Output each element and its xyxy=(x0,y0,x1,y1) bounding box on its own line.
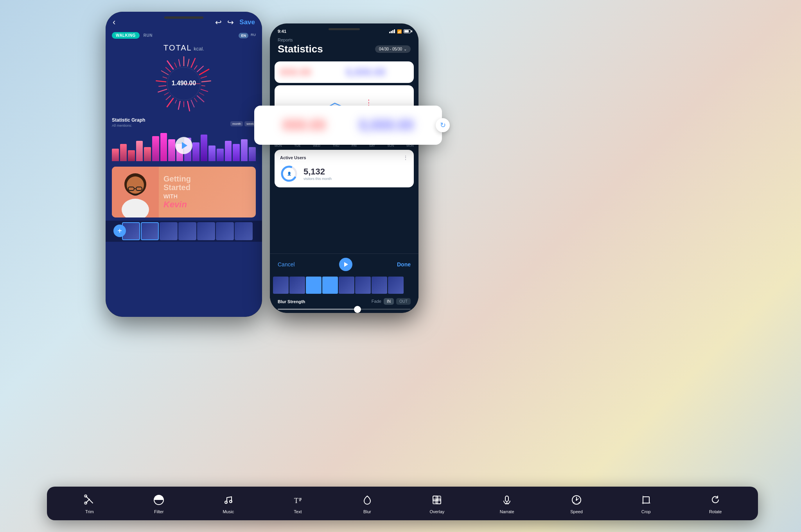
svg-rect-60 xyxy=(505,496,508,501)
blur-slider-thumb[interactable] xyxy=(354,306,361,313)
chart-section: Statistic Graph All mentions: month week xyxy=(106,115,262,164)
bar-7 xyxy=(160,133,167,161)
fade-in-button[interactable]: IN xyxy=(384,298,394,305)
timeline-1[interactable] xyxy=(273,277,289,294)
filter-svg xyxy=(153,494,164,505)
thumb-7[interactable] xyxy=(235,222,253,240)
radial-chart: 1.490.00 xyxy=(153,52,215,115)
donut-chart-svg: 👤 xyxy=(280,165,298,183)
timeline-8[interactable] xyxy=(388,277,404,294)
timeline-6[interactable] xyxy=(355,277,371,294)
chevron-down-icon: ⌄ xyxy=(404,47,407,51)
filter-icon xyxy=(152,493,166,507)
podcast-started: Started xyxy=(163,183,251,192)
bar-16 xyxy=(233,144,240,161)
speed-svg xyxy=(571,494,582,505)
date-range-pill[interactable]: 04/30 - 05/30 ⌄ xyxy=(375,45,411,53)
blur-label-tb: Blur xyxy=(363,509,371,514)
toolbar-item-speed[interactable]: Speed xyxy=(569,493,584,514)
toolbar-item-blur[interactable]: Blur xyxy=(360,493,374,514)
lang-en-btn[interactable]: EN xyxy=(239,33,248,38)
person-image-svg xyxy=(112,167,159,217)
svg-line-4 xyxy=(197,66,203,72)
timeline-5[interactable] xyxy=(339,277,354,294)
save-button[interactable]: Save xyxy=(239,18,255,26)
bar-3 xyxy=(128,150,135,161)
bar-1 xyxy=(112,149,119,161)
svg-line-28 xyxy=(174,63,177,68)
phone-left: ‹ ↩ ↪ Save WALKING RUN EN RU TOTAL kcal. xyxy=(106,12,262,317)
date-range-text: 04/30 - 05/30 xyxy=(379,47,402,51)
svg-line-14 xyxy=(187,101,190,111)
timeline-3-highlight[interactable] xyxy=(306,277,321,294)
calorie-unit: kcal. xyxy=(194,46,204,52)
toolbar-item-trim[interactable]: Trim xyxy=(83,493,97,514)
stat-value-1: 888.88 xyxy=(280,66,343,78)
bar-2 xyxy=(120,144,127,161)
play-icon xyxy=(182,142,187,149)
toolbar-item-overlay[interactable]: Overlay xyxy=(429,493,444,514)
calorie-value: 1.490.00 xyxy=(172,80,196,86)
bar-15 xyxy=(225,141,232,161)
svg-point-50 xyxy=(225,501,227,503)
play-button-small[interactable] xyxy=(339,258,352,271)
svg-line-7 xyxy=(201,81,211,82)
toolbar-item-rotate[interactable]: Rotate xyxy=(708,493,722,514)
lang-ru-btn[interactable]: RU xyxy=(251,33,256,38)
svg-line-11 xyxy=(197,95,204,102)
overlay-icon xyxy=(430,493,444,507)
thumb-5[interactable] xyxy=(197,222,215,240)
back-button[interactable]: ‹ xyxy=(113,17,115,27)
done-button[interactable]: Done xyxy=(397,261,411,268)
toolbar-item-filter[interactable]: Filter xyxy=(152,493,166,514)
bottom-controls: Cancel Done Blur Strength xyxy=(270,253,418,313)
bottom-toolbar: Trim Filter Music T xyxy=(47,487,758,520)
svg-line-46 xyxy=(86,499,90,503)
toolbar-item-music[interactable]: Music xyxy=(221,493,235,514)
blur-slider-container xyxy=(270,307,418,313)
tab-walking[interactable]: WALKING xyxy=(112,32,140,39)
thumb-2[interactable] xyxy=(141,222,159,240)
add-button[interactable]: + xyxy=(113,225,126,237)
reports-title-row: Statistics 04/30 - 05/30 ⌄ xyxy=(278,43,411,55)
podcast-kevin: Kevin xyxy=(163,200,251,210)
blur-svg xyxy=(362,494,373,505)
text-tool-icon: T xyxy=(291,493,305,507)
scissors-svg xyxy=(84,494,95,505)
podcast-with: WITH xyxy=(163,193,251,200)
text-label: Text xyxy=(294,509,302,514)
toolbar-item-crop[interactable]: Crop xyxy=(639,493,653,514)
svg-line-2 xyxy=(191,58,195,68)
chart-period-buttons: month week xyxy=(230,121,256,126)
timeline-2[interactable] xyxy=(289,277,305,294)
undo-icon[interactable]: ↩ xyxy=(215,18,222,27)
timeline-4-highlight[interactable] xyxy=(322,277,338,294)
toolbar-item-text[interactable]: T Text xyxy=(291,493,305,514)
cancel-button[interactable]: Cancel xyxy=(278,261,295,268)
play-button[interactable] xyxy=(175,137,192,154)
trim-label: Trim xyxy=(85,509,94,514)
stats-popup: 888.88 $,888.88 ↻ xyxy=(254,106,442,145)
refresh-button[interactable]: ↻ xyxy=(436,118,450,132)
svg-line-12 xyxy=(194,98,197,102)
svg-line-17 xyxy=(175,100,177,103)
svg-line-10 xyxy=(199,93,204,96)
crop-icon xyxy=(639,493,653,507)
tab-run[interactable]: RUN xyxy=(144,33,153,38)
redo-icon[interactable]: ↪ xyxy=(227,18,234,27)
status-bar: 9:41 📶 xyxy=(270,23,418,36)
thumb-4[interactable] xyxy=(178,222,196,240)
period-month-btn[interactable]: month xyxy=(230,121,243,126)
thumb-3[interactable] xyxy=(160,222,178,240)
fade-out-button[interactable]: OUT xyxy=(396,298,411,305)
stat-blurred-2: $,888.88 xyxy=(346,66,408,78)
svg-line-16 xyxy=(178,101,180,110)
bar-11 xyxy=(192,142,199,161)
active-users-card: Active Users ⋮ 👤 5,132 visitors this mon… xyxy=(275,150,414,187)
trim-icon xyxy=(83,493,97,507)
thumb-6[interactable] xyxy=(216,222,234,240)
toolbar-item-narrate[interactable]: Narrate xyxy=(500,493,514,514)
thumbnail-strip xyxy=(106,221,262,242)
more-options-icon[interactable]: ⋮ xyxy=(403,155,408,161)
timeline-7[interactable] xyxy=(372,277,387,294)
